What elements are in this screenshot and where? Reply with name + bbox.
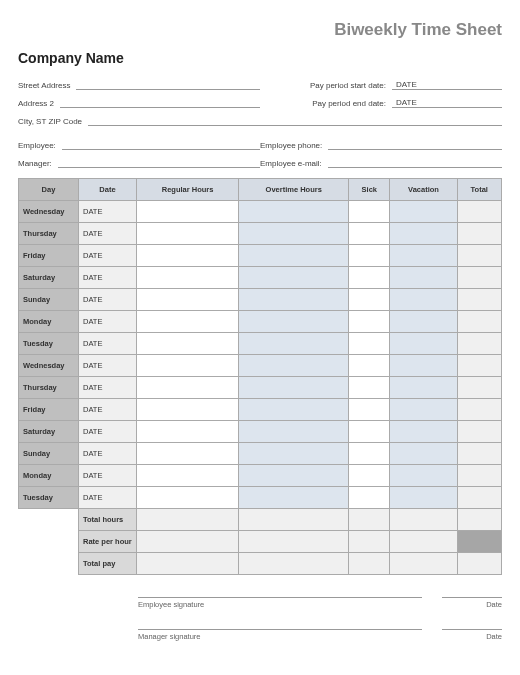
total-cell[interactable] [457,465,501,487]
vacation-cell[interactable] [390,355,457,377]
employee-signature-date[interactable]: Date [442,597,502,609]
overtime-cell[interactable] [239,245,349,267]
date-cell[interactable]: DATE [79,311,137,333]
overtime-cell[interactable] [239,201,349,223]
date-cell[interactable]: DATE [79,399,137,421]
sick-cell[interactable] [349,201,390,223]
vacation-cell[interactable] [390,377,457,399]
sick-cell[interactable] [349,355,390,377]
total-hours-vacation[interactable] [390,509,457,531]
regular-cell[interactable] [137,333,239,355]
rate-overtime[interactable] [239,531,349,553]
vacation-cell[interactable] [390,311,457,333]
total-pay-sick[interactable] [349,553,390,575]
vacation-cell[interactable] [390,201,457,223]
rate-sick[interactable] [349,531,390,553]
regular-cell[interactable] [137,223,239,245]
regular-cell[interactable] [137,355,239,377]
total-hours-regular[interactable] [137,509,239,531]
date-cell[interactable]: DATE [79,465,137,487]
date-cell[interactable]: DATE [79,377,137,399]
sick-cell[interactable] [349,223,390,245]
emp-email-input[interactable] [328,158,502,168]
total-cell[interactable] [457,289,501,311]
total-pay-total[interactable] [457,553,501,575]
sick-cell[interactable] [349,465,390,487]
regular-cell[interactable] [137,311,239,333]
total-hours-overtime[interactable] [239,509,349,531]
date-cell[interactable]: DATE [79,421,137,443]
vacation-cell[interactable] [390,289,457,311]
manager-input[interactable] [58,158,260,168]
citystzip-input[interactable] [88,116,502,126]
regular-cell[interactable] [137,465,239,487]
date-cell[interactable]: DATE [79,443,137,465]
sick-cell[interactable] [349,377,390,399]
overtime-cell[interactable] [239,267,349,289]
regular-cell[interactable] [137,443,239,465]
street-input[interactable] [76,80,260,90]
sick-cell[interactable] [349,311,390,333]
date-cell[interactable]: DATE [79,245,137,267]
date-cell[interactable]: DATE [79,201,137,223]
manager-signature-date[interactable]: Date [442,629,502,641]
date-cell[interactable]: DATE [79,289,137,311]
total-cell[interactable] [457,399,501,421]
total-pay-overtime[interactable] [239,553,349,575]
manager-signature-line[interactable]: Manager signature [138,629,422,641]
regular-cell[interactable] [137,289,239,311]
overtime-cell[interactable] [239,443,349,465]
regular-cell[interactable] [137,421,239,443]
regular-cell[interactable] [137,487,239,509]
sick-cell[interactable] [349,333,390,355]
total-cell[interactable] [457,333,501,355]
regular-cell[interactable] [137,245,239,267]
overtime-cell[interactable] [239,333,349,355]
sick-cell[interactable] [349,245,390,267]
vacation-cell[interactable] [390,267,457,289]
date-cell[interactable]: DATE [79,333,137,355]
total-hours-total[interactable] [457,509,501,531]
date-cell[interactable]: DATE [79,487,137,509]
total-pay-vacation[interactable] [390,553,457,575]
overtime-cell[interactable] [239,421,349,443]
sick-cell[interactable] [349,487,390,509]
rate-vacation[interactable] [390,531,457,553]
date-cell[interactable]: DATE [79,223,137,245]
regular-cell[interactable] [137,399,239,421]
pp-end-value[interactable]: DATE [392,98,502,108]
total-cell[interactable] [457,201,501,223]
overtime-cell[interactable] [239,487,349,509]
vacation-cell[interactable] [390,465,457,487]
date-cell[interactable]: DATE [79,267,137,289]
emp-phone-input[interactable] [328,140,502,150]
sick-cell[interactable] [349,399,390,421]
total-cell[interactable] [457,223,501,245]
employee-input[interactable] [62,140,260,150]
vacation-cell[interactable] [390,421,457,443]
overtime-cell[interactable] [239,311,349,333]
vacation-cell[interactable] [390,487,457,509]
rate-regular[interactable] [137,531,239,553]
vacation-cell[interactable] [390,223,457,245]
total-hours-sick[interactable] [349,509,390,531]
employee-signature-line[interactable]: Employee signature [138,597,422,609]
sick-cell[interactable] [349,267,390,289]
overtime-cell[interactable] [239,223,349,245]
sick-cell[interactable] [349,289,390,311]
total-cell[interactable] [457,421,501,443]
total-cell[interactable] [457,443,501,465]
overtime-cell[interactable] [239,377,349,399]
vacation-cell[interactable] [390,399,457,421]
pp-start-value[interactable]: DATE [392,80,502,90]
total-cell[interactable] [457,487,501,509]
overtime-cell[interactable] [239,465,349,487]
date-cell[interactable]: DATE [79,355,137,377]
regular-cell[interactable] [137,377,239,399]
total-pay-regular[interactable] [137,553,239,575]
regular-cell[interactable] [137,201,239,223]
overtime-cell[interactable] [239,355,349,377]
regular-cell[interactable] [137,267,239,289]
vacation-cell[interactable] [390,443,457,465]
total-cell[interactable] [457,311,501,333]
